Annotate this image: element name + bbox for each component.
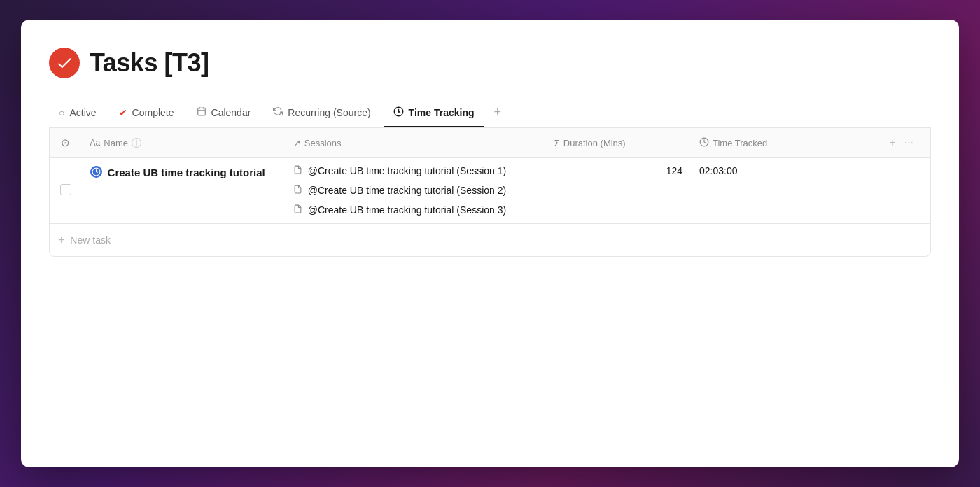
th-sessions: ↗ Sessions bbox=[285, 128, 546, 158]
tab-complete[interactable]: ✔ Complete bbox=[109, 100, 184, 127]
th-duration: Σ Duration (Mins) bbox=[546, 128, 691, 158]
doc-icon-2 bbox=[293, 185, 302, 196]
sessions-container: @Create UB time tracking tutorial (Sessi… bbox=[293, 165, 538, 216]
new-task-button[interactable]: + New task bbox=[50, 223, 930, 256]
tab-complete-label: Complete bbox=[132, 107, 174, 118]
page-title: Tasks [T3] bbox=[90, 48, 209, 78]
row-sessions-cell: @Create UB time tracking tutorial (Sessi… bbox=[285, 158, 546, 223]
session-item-2[interactable]: @Create UB time tracking tutorial (Sessi… bbox=[293, 185, 538, 196]
sessions-column-label: Sessions bbox=[304, 138, 342, 148]
th-time-tracked: Time Tracked bbox=[691, 128, 872, 158]
session-2-label: @Create UB time tracking tutorial (Sessi… bbox=[308, 185, 506, 196]
sigma-icon: Σ bbox=[554, 138, 560, 148]
info-icon: i bbox=[132, 138, 141, 148]
page-header: Tasks [T3] bbox=[49, 48, 931, 78]
task-checkbox[interactable] bbox=[60, 184, 71, 195]
th-checkbox: ⊙ bbox=[50, 128, 82, 158]
tab-recurring-label: Recurring (Source) bbox=[288, 107, 370, 118]
duration-column-label: Duration (Mins) bbox=[564, 138, 626, 148]
spinner-icon: ⊙ bbox=[61, 136, 70, 148]
page-icon bbox=[49, 48, 80, 78]
tab-calendar[interactable]: Calendar bbox=[187, 99, 261, 127]
time-tracking-tab-icon bbox=[393, 106, 404, 119]
tab-bar: ○ Active ✔ Complete Calendar Recurring ( bbox=[49, 98, 931, 128]
doc-icon-3 bbox=[293, 204, 302, 216]
th-actions: + ··· bbox=[872, 128, 930, 158]
svg-point-5 bbox=[398, 111, 400, 113]
th-name: Aa Name i bbox=[82, 128, 285, 158]
recurring-tab-icon bbox=[273, 106, 283, 118]
add-column-button[interactable]: + bbox=[889, 136, 895, 149]
tab-recurring[interactable]: Recurring (Source) bbox=[263, 99, 380, 127]
tab-active[interactable]: ○ Active bbox=[49, 100, 106, 127]
tab-active-label: Active bbox=[69, 107, 96, 118]
more-columns-button[interactable]: ··· bbox=[904, 136, 913, 149]
complete-tab-icon: ✔ bbox=[119, 107, 127, 118]
active-tab-icon: ○ bbox=[59, 107, 64, 118]
table-header-row: ⊙ Aa Name i ↗ Sessions bbox=[50, 128, 930, 158]
table-row: Create UB time tracking tutorial bbox=[50, 158, 930, 223]
main-window: Tasks [T3] ○ Active ✔ Complete Calendar bbox=[21, 20, 959, 467]
svg-rect-0 bbox=[197, 108, 205, 115]
session-1-label: @Create UB time tracking tutorial (Sessi… bbox=[308, 165, 506, 176]
table-container: ⊙ Aa Name i ↗ Sessions bbox=[49, 128, 931, 257]
session-item-1[interactable]: @Create UB time tracking tutorial (Sessi… bbox=[293, 165, 538, 176]
row-time-tracked-cell: 02:03:00 bbox=[691, 158, 872, 223]
checkmark-icon bbox=[55, 54, 74, 72]
row-name-cell: Create UB time tracking tutorial bbox=[82, 158, 285, 223]
tab-time-tracking[interactable]: Time Tracking bbox=[384, 99, 484, 127]
tasks-table: ⊙ Aa Name i ↗ Sessions bbox=[50, 128, 930, 223]
task-time-icon bbox=[90, 166, 102, 181]
task-name-text[interactable]: Create UB time tracking tutorial bbox=[108, 165, 265, 180]
session-3-label: @Create UB time tracking tutorial (Sessi… bbox=[308, 204, 506, 216]
row-duration-cell: 124 bbox=[546, 158, 691, 223]
duration-value: 124 bbox=[666, 165, 682, 176]
name-column-label: Name bbox=[104, 138, 128, 148]
tab-time-tracking-label: Time Tracking bbox=[409, 107, 475, 118]
tab-add-button[interactable]: + bbox=[487, 98, 509, 128]
time-tracked-icon bbox=[699, 137, 709, 149]
task-name-container: Create UB time tracking tutorial bbox=[90, 165, 276, 181]
new-task-plus-icon: + bbox=[58, 234, 64, 246]
new-task-label: New task bbox=[70, 234, 111, 246]
calendar-tab-icon bbox=[197, 106, 206, 118]
row-actions-cell bbox=[872, 158, 930, 223]
row-checkbox-cell[interactable] bbox=[50, 158, 82, 223]
aa-icon: Aa bbox=[90, 138, 101, 148]
tab-calendar-label: Calendar bbox=[211, 107, 251, 118]
doc-icon-1 bbox=[293, 165, 302, 176]
time-tracked-column-label: Time Tracked bbox=[713, 138, 767, 148]
time-tracked-value: 02:03:00 bbox=[699, 165, 738, 176]
sessions-arrow-icon: ↗ bbox=[293, 138, 301, 148]
session-item-3[interactable]: @Create UB time tracking tutorial (Sessi… bbox=[293, 204, 538, 216]
